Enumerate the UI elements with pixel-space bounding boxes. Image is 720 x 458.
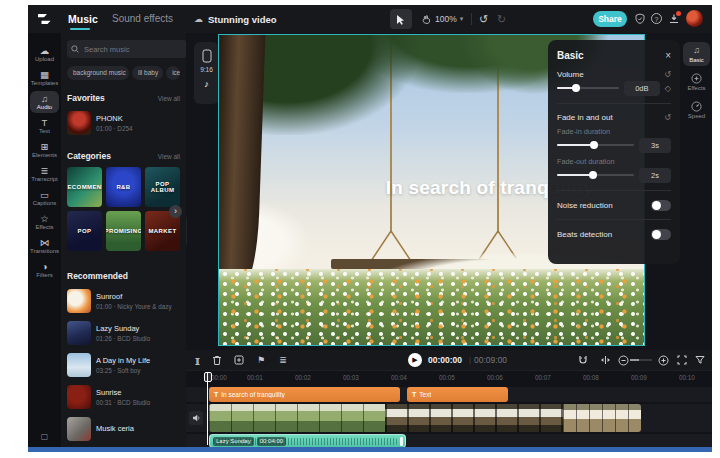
noise-reduction-toggle[interactable] <box>651 200 671 211</box>
fade-in-slider[interactable] <box>557 144 634 146</box>
favorite-item[interactable]: PHONK01:00 · D254 <box>67 111 180 135</box>
playhead-line[interactable] <box>207 372 208 445</box>
audio-clip[interactable]: Lazy Sunday 00:04:00 <box>209 434 406 447</box>
zoom-out-button[interactable] <box>616 353 630 367</box>
freeze-button[interactable] <box>232 353 246 367</box>
hand-tool-button[interactable] <box>415 9 437 29</box>
fade-out-value[interactable]: 2s <box>639 168 671 183</box>
track-display-button[interactable] <box>693 353 707 367</box>
text-clip-1[interactable]: T In search of tranquility <box>209 387 400 402</box>
ratio-label: 9:16 <box>200 66 213 73</box>
video-thumbnails-field <box>209 404 385 432</box>
tag-chip[interactable]: lil baby <box>132 66 163 80</box>
screenshot-canvas: Music Sound effects ☁ Stunning video 100… <box>0 0 720 458</box>
hand-icon <box>421 14 431 25</box>
help-button[interactable]: ? <box>651 13 662 24</box>
select-cursor-button[interactable] <box>390 9 412 29</box>
sidebar-item-transitions[interactable]: ⋈Transitions <box>30 235 59 257</box>
song-item[interactable]: Musik ceria <box>67 417 180 441</box>
category-tile[interactable]: RECOMMEND <box>67 167 102 207</box>
category-tile[interactable]: R&B <box>106 167 141 207</box>
search-box <box>67 40 186 58</box>
category-tile[interactable]: POP <box>67 211 102 251</box>
sidebar-item-transcript[interactable]: ≣Transcript <box>30 163 59 185</box>
delete-button[interactable] <box>210 353 224 367</box>
keyframe-icon[interactable]: ◇ <box>665 84 671 93</box>
tag-chip[interactable]: ice <box>166 66 180 80</box>
panel-toggle-icon[interactable]: ▢ <box>41 432 49 441</box>
freeze-frame-icon <box>234 355 244 365</box>
search-input[interactable] <box>82 44 183 55</box>
tiktok-icon[interactable]: ♪ <box>204 79 209 89</box>
reset-icon[interactable]: ↺ <box>664 70 671 79</box>
sidebar-item-effects[interactable]: ☆Effects <box>30 211 59 233</box>
sidebar-item-captions[interactable]: ▭Captions <box>30 187 59 209</box>
aspect-ratio-card[interactable]: 9:16 ♪ <box>194 42 219 104</box>
category-tile[interactable]: PROMISING <box>106 211 141 251</box>
sidebar-item-filters[interactable]: ◑Filters <box>30 259 59 281</box>
playhead-handle[interactable] <box>204 372 212 382</box>
reset-icon[interactable]: ↺ <box>664 113 671 122</box>
sidebar-item-text[interactable]: TText <box>30 115 59 137</box>
song-item[interactable]: A Day in My Life03:25 · Soft boy <box>67 353 180 377</box>
transcript-tool-button[interactable]: ≣ <box>276 353 290 367</box>
fit-timeline-button[interactable] <box>675 353 689 367</box>
shield-check-icon[interactable] <box>634 13 646 25</box>
categories-scroll-next-button[interactable]: › <box>169 205 182 218</box>
strip-item-effects[interactable]: Effects <box>683 70 710 94</box>
tag-chip[interactable]: background music <box>67 66 129 80</box>
audio-basic-icon: ♫ <box>693 45 700 56</box>
strip-item-basic[interactable]: ♫ Basic <box>683 42 710 66</box>
timeline-ruler[interactable]: 00:00 00:01 00:02 00:03 00:04 00:05 00:0… <box>186 371 712 384</box>
volume-value[interactable]: 0dB <box>624 81 660 96</box>
audio-clip-duration: 00:04:00 <box>257 437 286 446</box>
magnet-button[interactable] <box>576 353 590 367</box>
basic-settings-panel: Basic × Volume ↺ 0dB ◇ Fade in and out ↺… <box>548 40 680 264</box>
video-thumbnails-swing-light <box>563 404 641 432</box>
song-item[interactable]: Sunroof01:00 · Nicky Youre & dazy <box>67 289 180 313</box>
strip-item-speed[interactable]: Speed <box>683 98 710 122</box>
categories-view-all[interactable]: View all <box>158 153 180 160</box>
sidebar-item-templates[interactable]: ▦Templates <box>30 67 59 89</box>
speed-gauge-icon <box>691 101 702 112</box>
close-icon[interactable]: × <box>665 50 671 61</box>
zoom-level-control[interactable]: 100% ▾ <box>435 5 463 33</box>
divider <box>557 219 671 220</box>
zoom-in-button[interactable] <box>656 353 670 367</box>
fade-out-label: Fade-out duration <box>557 157 671 167</box>
auto-link-button[interactable] <box>598 353 612 367</box>
timeline-zoom-slider[interactable] <box>630 359 652 361</box>
zoom-out-icon <box>618 355 629 366</box>
share-button[interactable]: Share <box>593 11 627 27</box>
zoom-in-icon <box>658 355 669 366</box>
video-clip[interactable] <box>209 404 641 432</box>
play-button[interactable]: ▶ <box>408 353 422 367</box>
elements-icon: ⊞ <box>41 141 49 152</box>
project-title[interactable]: Stunning video <box>208 14 277 25</box>
templates-icon: ▦ <box>40 69 49 80</box>
marker-button[interactable]: ⚑ <box>254 353 268 367</box>
track-mute-button[interactable] <box>189 411 203 425</box>
favorites-view-all[interactable]: View all <box>158 95 180 102</box>
split-button[interactable]: ][ <box>190 353 204 367</box>
undo-button[interactable]: ↺ <box>479 5 488 33</box>
text-clip-icon: T <box>214 391 218 398</box>
song-item[interactable]: Lazy Sunday01:26 · BCD Studio <box>67 321 180 345</box>
volume-slider[interactable] <box>557 87 619 89</box>
redo-button[interactable]: ↻ <box>497 5 506 33</box>
user-avatar[interactable] <box>686 10 703 27</box>
sidebar-item-elements[interactable]: ⊞Elements <box>30 139 59 161</box>
category-tile[interactable]: POP ALBUM <box>145 167 180 207</box>
sidebar-item-audio[interactable]: ♫Audio <box>30 91 59 113</box>
video-thumbnails-swing <box>385 404 563 432</box>
text-clip-2[interactable]: T Text <box>407 387 508 402</box>
upload-icon: ☁ <box>40 45 50 56</box>
fade-out-slider[interactable] <box>557 174 634 176</box>
sidebar-item-upload[interactable]: ☁Upload <box>30 43 59 65</box>
song-item[interactable]: Sunrise00:31 · BCD Studio <box>67 385 180 409</box>
clip-trim-handle[interactable] <box>400 437 403 446</box>
fullscreen-icon <box>677 355 687 365</box>
fade-in-value[interactable]: 3s <box>639 138 671 153</box>
tab-sound-effects[interactable]: Sound effects <box>112 5 173 33</box>
beats-detection-toggle[interactable] <box>651 229 671 240</box>
